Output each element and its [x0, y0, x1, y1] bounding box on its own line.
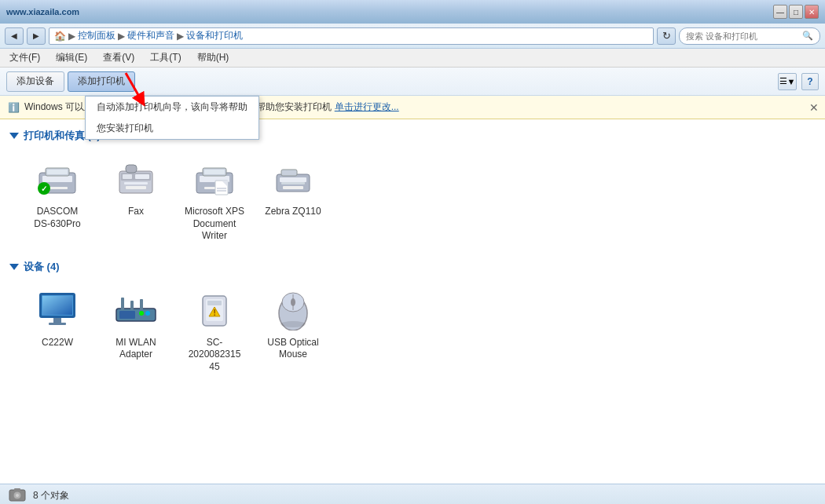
title-bar-left: www.xiazaila.com [6, 7, 79, 16]
notification-icon: ℹ️ [8, 102, 20, 113]
svg-text:!: ! [214, 309, 216, 317]
svg-rect-33 [49, 323, 66, 325]
menu-edit[interactable]: 编辑(E) [53, 49, 90, 66]
help-button[interactable]: ? [801, 73, 819, 90]
sc-device-label: SC-202008231545 [182, 337, 247, 374]
list-item[interactable]: Fax [101, 151, 171, 247]
devices-section-header: 设备 (4) [9, 260, 816, 274]
tooltip-menu: 自动添加打印机向导，该向导将帮助 您安装打印机 [85, 96, 259, 140]
main-content: 打印机和传真 (4) ✓ [0, 119, 825, 484]
content-area: 打印机和传真 (4) ✓ [0, 119, 825, 484]
devices-grid: C222W [22, 282, 816, 378]
breadcrumb-devices[interactable]: 设备和打印机 [186, 29, 243, 42]
fax-label: Fax [128, 206, 144, 218]
section-triangle-devices [9, 264, 19, 270]
list-item[interactable]: ! SC-202008231545 [179, 282, 250, 378]
section-triangle-printers [9, 133, 19, 139]
printers-grid: ✓ DASCOMDS-630Pro [22, 151, 816, 247]
list-item[interactable]: USB OpticalMouse [258, 282, 328, 378]
breadcrumb-hardware[interactable]: 硬件和声音 [127, 29, 174, 42]
svg-rect-55 [14, 488, 20, 491]
list-item[interactable]: C222W [22, 282, 93, 378]
svg-point-51 [280, 321, 306, 327]
xps-icon [191, 155, 238, 203]
address-bar: ◀ ▶ 🏠 ▶ 控制面板 ▶ 硬件和声音 ▶ 设备和打印机 ↻ 🔍 [0, 24, 825, 49]
dascom-icon: ✓ [34, 155, 81, 203]
view-dropdown-icon: ▼ [787, 77, 796, 86]
list-item[interactable]: Microsoft XPSDocumentWriter [179, 151, 250, 247]
notification-close-button[interactable]: ✕ [809, 101, 819, 114]
svg-rect-34 [42, 296, 72, 315]
close-button[interactable]: ✕ [805, 5, 819, 19]
svg-rect-19 [204, 170, 225, 174]
monitor-icon [34, 287, 81, 334]
address-path[interactable]: 🏠 ▶ 控制面板 ▶ 硬件和声音 ▶ 设备和打印机 [49, 27, 654, 45]
notification-link[interactable]: 单击进行更改... [335, 101, 399, 112]
svg-rect-36 [119, 311, 135, 319]
svg-rect-12 [123, 174, 132, 179]
svg-rect-13 [124, 182, 148, 184]
forward-button[interactable]: ▶ [27, 27, 46, 45]
zebra-label: Zebra ZQ110 [265, 206, 321, 218]
maximize-button[interactable]: □ [789, 5, 803, 19]
minimize-button[interactable]: — [773, 5, 787, 19]
svg-point-40 [139, 311, 144, 316]
svg-rect-11 [135, 174, 149, 179]
svg-rect-29 [281, 170, 297, 176]
list-item[interactable]: Zebra ZQ110 [258, 151, 328, 247]
zebra-icon [270, 155, 317, 203]
title-bar: www.xiazaila.com — □ ✕ [0, 0, 825, 24]
sc-device-icon: ! [191, 287, 238, 334]
list-item[interactable]: ✓ DASCOMDS-630Pro [22, 151, 93, 247]
svg-rect-28 [283, 186, 303, 189]
search-input[interactable] [686, 31, 799, 41]
svg-point-50 [291, 298, 295, 306]
devices-section-label: 设备 (4) [24, 260, 60, 274]
view-options-button[interactable]: ☰ ▼ [778, 73, 797, 90]
svg-rect-37 [121, 298, 124, 310]
xps-label: Microsoft XPSDocumentWriter [185, 206, 244, 243]
svg-rect-39 [140, 299, 143, 310]
dascom-label: DASCOMDS-630Pro [34, 206, 80, 230]
mouse-label: USB OpticalMouse [267, 337, 318, 361]
status-bar-count: 8 个对象 [33, 489, 69, 502]
tooltip-item-2[interactable]: 您安装打印机 [86, 118, 258, 139]
svg-text:✓: ✓ [41, 184, 47, 193]
list-item[interactable]: MI WLANAdapter [101, 282, 171, 378]
mouse-icon [270, 287, 317, 334]
svg-rect-15 [126, 165, 137, 173]
svg-rect-5 [47, 170, 68, 174]
add-printer-button[interactable]: 添加打印机 [68, 71, 135, 92]
svg-rect-26 [280, 177, 306, 182]
menu-view[interactable]: 查看(V) [100, 49, 138, 66]
svg-rect-14 [126, 186, 146, 189]
title-bar-controls: — □ ✕ [773, 5, 819, 19]
refresh-button[interactable]: ↻ [657, 27, 676, 45]
status-bar: 8 个对象 [0, 484, 825, 504]
router-label: MI WLANAdapter [116, 337, 156, 361]
menu-help[interactable]: 帮助(H) [194, 49, 233, 66]
toolbar: 添加设备 添加打印机 ☰ ▼ ? 自动添加打印机向导，该向导将帮助 您安装打印机 [0, 68, 825, 96]
website-logo: www.xiazaila.com [6, 7, 79, 16]
tooltip-item-1[interactable]: 自动添加打印机向导，该向导将帮助 [86, 97, 258, 118]
search-icon[interactable]: 🔍 [802, 31, 813, 41]
svg-point-54 [16, 494, 19, 497]
menu-file[interactable]: 文件(F) [6, 49, 43, 66]
view-icon: ☰ [779, 76, 787, 86]
svg-point-41 [145, 311, 150, 316]
router-icon [112, 287, 160, 334]
svg-rect-3 [42, 176, 72, 182]
menu-tools[interactable]: 工具(T) [147, 49, 184, 66]
fax-icon [112, 155, 160, 203]
svg-rect-38 [130, 301, 134, 310]
svg-rect-44 [207, 301, 222, 305]
search-box: 🔍 [679, 27, 820, 45]
menu-bar: 文件(F) 编辑(E) 查看(V) 工具(T) 帮助(H) [0, 49, 825, 68]
svg-rect-27 [281, 182, 305, 184]
add-device-button[interactable]: 添加设备 [6, 71, 64, 92]
status-bar-icon [8, 485, 27, 504]
toolbar-right: ☰ ▼ ? [778, 73, 819, 90]
monitor-label: C222W [42, 337, 73, 349]
breadcrumb-controlpanel[interactable]: 控制面板 [78, 29, 116, 42]
back-button[interactable]: ◀ [5, 27, 24, 45]
